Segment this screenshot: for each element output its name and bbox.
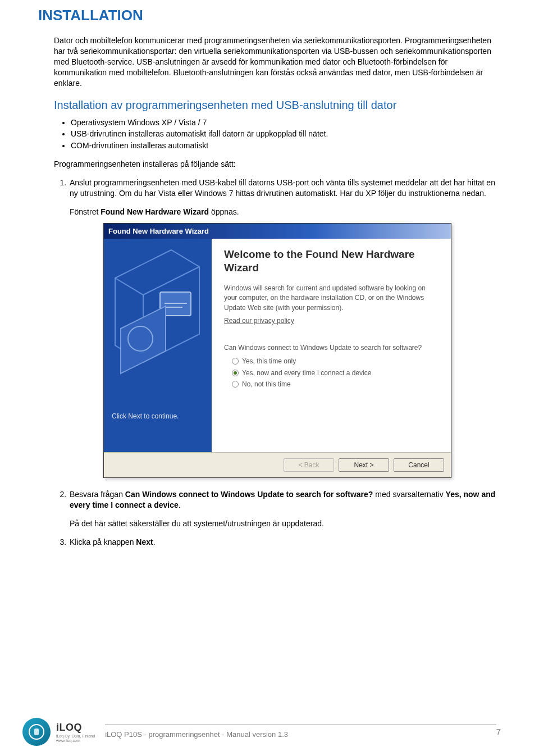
wizard-question: Can Windows connect to Windows Update to… — [224, 343, 438, 352]
document-version: iLOQ P10S - programmeringsenhet - Manual… — [105, 730, 288, 739]
bold-text: Can Windows connect to Windows Update to… — [125, 490, 373, 499]
step-1-text: Anslut programmeringsenheten med USB-kab… — [70, 178, 495, 198]
logo-icon — [22, 718, 51, 746]
page-title: INSTALLATION — [38, 0, 501, 25]
footer-divider — [105, 725, 496, 725]
back-button: < Back — [284, 458, 334, 472]
svg-rect-4 — [34, 728, 39, 735]
radio-icon — [232, 370, 239, 376]
requirements-list: Operativsystem Windows XP / Vista / 7 US… — [71, 117, 501, 152]
brand-name: iLOQ — [56, 721, 95, 734]
text: . — [179, 500, 181, 509]
list-item: USB-drivrutinen installeras automatiskt … — [71, 129, 501, 139]
install-intro: Programmeringsenheten installeras på föl… — [54, 159, 501, 170]
step-1-sub: Fönstret Found New Hardware Wizard öppna… — [70, 207, 501, 217]
text: öppnas. — [209, 207, 239, 216]
text: Fönstret — [70, 207, 101, 216]
list-item: Operativsystem Windows XP / Vista / 7 — [71, 117, 501, 128]
wizard-button-bar: < Back Next > Cancel — [104, 452, 451, 477]
company-address: iLoq Oy, Oulu, Finland — [56, 734, 95, 739]
wizard-continue-text: Click Next to continue. — [112, 412, 179, 421]
radio-option-2[interactable]: Yes, now and every time I connect a devi… — [232, 368, 438, 377]
bold-text: Found New Hardware Wizard — [101, 207, 209, 216]
wizard-title: Found New Hardware Wizard — [108, 226, 209, 236]
text: . — [153, 538, 156, 546]
page-footer: iLOQ iLoq Oy, Oulu, Finland www.iloq.com… — [0, 718, 539, 746]
radio-label: Yes, this time only — [242, 357, 296, 366]
privacy-policy-link[interactable]: Read our privacy policy — [224, 316, 294, 325]
wizard-welcome-heading: Welcome to the Found New Hardware Wizard — [224, 248, 438, 275]
radio-icon — [232, 358, 239, 365]
text: med svarsalternativ — [373, 490, 445, 499]
radio-label: Yes, now and every time I connect a devi… — [242, 368, 371, 377]
company-url: www.iloq.com — [56, 739, 95, 743]
next-button[interactable]: Next > — [339, 458, 389, 472]
radio-option-3[interactable]: No, not this time — [232, 380, 438, 389]
wizard-description: Windows will search for current and upda… — [224, 284, 438, 313]
bold-text: Next — [136, 538, 153, 546]
radio-option-1[interactable]: Yes, this time only — [232, 357, 438, 366]
text: Besvara frågan — [70, 490, 125, 499]
step-3: Klicka på knappen Next. — [68, 537, 501, 548]
step-2-sub: På det här sättet säkerställer du att sy… — [70, 518, 501, 529]
hardware-wizard-dialog: Found New Hardware Wizard — [103, 223, 451, 479]
text: Klicka på knappen — [70, 538, 136, 546]
wizard-titlebar: Found New Hardware Wizard — [104, 224, 451, 239]
page-number: 7 — [496, 726, 501, 737]
intro-paragraph: Dator och mobiltelefon kommunicerar med … — [54, 35, 501, 88]
wizard-sidebar-graphic: Click Next to continue. — [104, 239, 212, 452]
list-item: COM-drivrutinen installeras automatiskt — [71, 140, 501, 151]
step-1: Anslut programmeringsenheten med USB-kab… — [68, 177, 501, 478]
section-title: Installation av programmeringsenheten me… — [54, 98, 501, 113]
radio-icon — [232, 381, 239, 388]
cancel-button[interactable]: Cancel — [394, 458, 444, 472]
radio-label: No, not this time — [242, 380, 291, 389]
step-2: Besvara frågan Can Windows connect to Wi… — [68, 489, 501, 529]
